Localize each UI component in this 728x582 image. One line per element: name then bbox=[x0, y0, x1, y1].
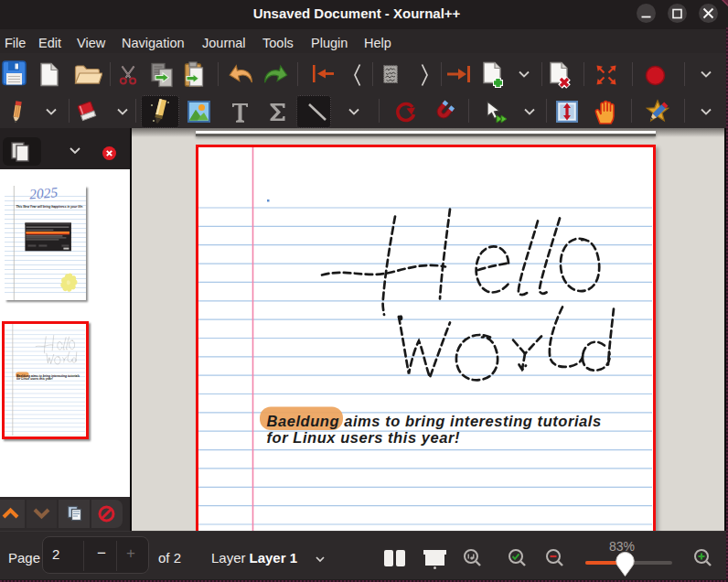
svg-text:for Linux users this year!: for Linux users this year! bbox=[16, 377, 54, 381]
svg-text:2025: 2025 bbox=[28, 186, 58, 201]
svg-text:This New Year will bring happi: This New Year will bring happiness in yo… bbox=[16, 205, 83, 209]
